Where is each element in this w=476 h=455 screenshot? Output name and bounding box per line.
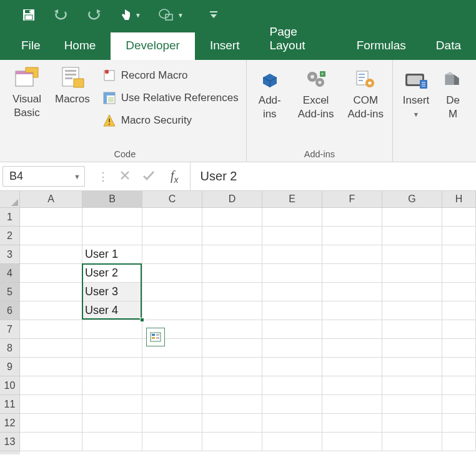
cell-G13[interactable] [382,433,442,451]
addins-button[interactable]: Add- ins [252,66,288,121]
cell-E7[interactable] [262,320,322,339]
row-header-4[interactable]: 4 [0,264,20,283]
cell-F12[interactable] [322,414,382,433]
macros-button[interactable]: Macros [51,64,94,106]
cell-B10[interactable] [82,376,142,395]
cell-F1[interactable] [322,208,382,227]
cell-G3[interactable] [382,245,442,264]
fill-handle[interactable] [140,318,144,322]
cell-F8[interactable] [322,339,382,358]
cell-G2[interactable] [382,227,442,245]
cell-H2[interactable] [442,227,476,245]
cell-B8[interactable] [82,339,142,358]
cell-E1[interactable] [262,208,322,227]
cell-E11[interactable] [262,395,322,414]
row-header-8[interactable]: 8 [0,339,20,358]
cell-B6[interactable]: User 4 [82,301,142,320]
cell-E8[interactable] [262,339,322,358]
tab-home[interactable]: Home [49,32,111,60]
cell-G8[interactable] [382,339,442,358]
enter-icon[interactable] [142,170,156,183]
tab-page-layout[interactable]: Page Layout [254,19,341,60]
cell-D9[interactable] [202,358,262,376]
cell-E9[interactable] [262,358,322,376]
cell-D12[interactable] [202,414,262,433]
cell-B4[interactable]: User 2 [82,264,142,283]
cell-E12[interactable] [262,414,322,433]
cell-H7[interactable] [442,320,476,339]
cell-D10[interactable] [202,376,262,395]
cell-D6[interactable] [202,301,262,320]
com-addins-button[interactable]: COM Add-ins [344,66,387,121]
cell-C1[interactable] [142,208,202,227]
cell-B3[interactable]: User 1 [82,245,142,264]
row-header-13[interactable]: 13 [0,433,20,451]
col-header-E[interactable]: E [262,191,322,208]
col-header-A[interactable]: A [20,191,82,208]
record-macro-button[interactable]: Record Macro [100,65,241,86]
cell-H13[interactable] [442,433,476,451]
tab-formulas[interactable]: Formulas [342,32,421,60]
cell-F13[interactable] [322,433,382,451]
cell-E10[interactable] [262,376,322,395]
cell-A10[interactable] [20,376,82,395]
cell-H4[interactable] [442,264,476,283]
cell-D1[interactable] [202,208,262,227]
tab-insert[interactable]: Insert [195,32,255,60]
cell-E2[interactable] [262,227,322,245]
cell-C13[interactable] [142,433,202,451]
row-header-6[interactable]: 6 [0,301,20,320]
cell-D8[interactable] [202,339,262,358]
cell-C11[interactable] [142,395,202,414]
cell-H5[interactable] [442,283,476,301]
cell-G1[interactable] [382,208,442,227]
cell-A1[interactable] [20,208,82,227]
tab-developer[interactable]: Developer [111,32,195,60]
tab-file[interactable]: File [12,32,49,60]
cell-H6[interactable] [442,301,476,320]
cell-F11[interactable] [322,395,382,414]
col-header-H[interactable]: H [442,191,476,208]
visual-basic-button[interactable]: Visual Basic [9,64,45,120]
cell-B12[interactable] [82,414,142,433]
cell-C5[interactable] [142,283,202,301]
cell-F10[interactable] [322,376,382,395]
customize-qat-icon[interactable] [210,11,217,19]
cell-G4[interactable] [382,264,442,283]
formula-input[interactable]: User 2 [190,162,476,190]
macro-security-button[interactable]: Macro Security [100,110,241,131]
cell-G10[interactable] [382,376,442,395]
cell-A3[interactable] [20,245,82,264]
cell-B11[interactable] [82,395,142,414]
cell-A8[interactable] [20,339,82,358]
cell-B5[interactable]: User 3 [82,283,142,301]
cell-D3[interactable] [202,245,262,264]
cell-G7[interactable] [382,320,442,339]
undo-icon[interactable] [52,9,69,21]
cell-E13[interactable] [262,433,322,451]
cell-C4[interactable] [142,264,202,283]
shape-icon[interactable]: ▼ [159,9,184,21]
cell-G5[interactable] [382,283,442,301]
name-box[interactable]: ▼ [2,166,85,187]
cell-C10[interactable] [142,376,202,395]
cell-A12[interactable] [20,414,82,433]
col-header-F[interactable]: F [322,191,382,208]
cell-D13[interactable] [202,433,262,451]
cell-G12[interactable] [382,414,442,433]
cell-A5[interactable] [20,283,82,301]
cell-F5[interactable] [322,283,382,301]
cell-H11[interactable] [442,395,476,414]
cell-A11[interactable] [20,395,82,414]
row-header-2[interactable]: 2 [0,227,20,245]
redo-icon[interactable] [86,9,102,21]
cell-H12[interactable] [442,414,476,433]
row-header-11[interactable]: 11 [0,395,20,414]
cell-F3[interactable] [322,245,382,264]
cell-D11[interactable] [202,395,262,414]
cell-F9[interactable] [322,358,382,376]
cell-A6[interactable] [20,301,82,320]
save-icon[interactable] [22,9,35,21]
cell-F6[interactable] [322,301,382,320]
cell-H3[interactable] [442,245,476,264]
